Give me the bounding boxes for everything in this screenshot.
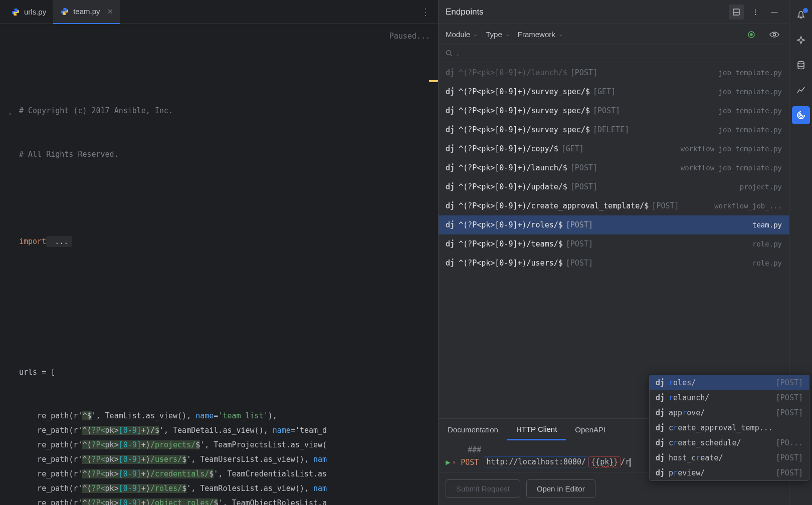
notifications-icon[interactable] (792, 6, 810, 24)
tab-openapi[interactable]: OpenAPI (566, 419, 615, 440)
endpoint-row[interactable]: dj^(?P<pk>[0-9]+)/roles/$[POST]team.py (439, 215, 789, 234)
endpoint-row[interactable]: dj^(?P<pk>[0-9]+)/launch/$[POST]workflow… (439, 158, 789, 177)
python-icon (11, 8, 20, 17)
code-line: # Copyright (c) 2017 Ansible, Inc. (19, 104, 438, 118)
code-line: import ... (19, 234, 438, 249)
filter-framework[interactable]: Framework⌄ (518, 30, 563, 39)
code-line: re_path(r'^(?P<pk>[0-9]+)/credentials/$'… (19, 467, 438, 481)
autocomplete-item[interactable]: djrelaunch/[POST] (650, 390, 809, 405)
svg-point-0 (14, 9, 15, 10)
endpoint-row[interactable]: dj^(?P<pk>[0-9]+)/update/$[POST]project.… (439, 177, 789, 196)
svg-point-8 (773, 33, 776, 36)
database-icon[interactable] (792, 56, 810, 74)
code-line: re_path(r'^(?P<pk>[0-9]+)/projects/$', T… (19, 438, 438, 452)
endpoint-row[interactable]: dj^(?P<pk>[0-9]+)/survey_spec/$[POST]job… (439, 101, 789, 120)
search-icon (446, 50, 453, 58)
endpoints-tool-icon[interactable] (792, 106, 810, 124)
ai-icon[interactable] (792, 31, 810, 49)
tab-urls[interactable]: urls.py (4, 0, 53, 24)
autocomplete-item[interactable]: djpreview/[POST] (650, 465, 809, 480)
autocomplete-item[interactable]: djhost_create/[POST] (650, 450, 809, 465)
url-base-segment[interactable]: http://localhost:8080/ (484, 456, 588, 467)
endpoint-row[interactable]: dj^(?P<pk>[0-9]+)/survey_spec/$[GET]job_… (439, 82, 789, 101)
eye-icon[interactable] (767, 27, 782, 42)
url-variable-segment[interactable]: {{pk}} (588, 456, 621, 467)
code-line: urls = [ (19, 365, 438, 380)
target-icon[interactable] (744, 27, 759, 42)
url-tail: /r (621, 457, 630, 466)
svg-point-3 (65, 14, 66, 14)
code-line: re_path(r'^$', TeamList.as_view(), name=… (19, 409, 438, 423)
endpoint-row[interactable]: dj^(?P<pk>[0-9]+)/launch/$[POST]job_temp… (439, 63, 789, 82)
tab-label: urls.py (24, 8, 46, 16)
code-line: # All Rights Reserved. (19, 147, 438, 162)
stop-icon[interactable]: ✕ (453, 459, 456, 465)
endpoint-list[interactable]: dj^(?P<pk>[0-9]+)/launch/$[POST]job_temp… (439, 63, 789, 418)
svg-point-9 (447, 51, 451, 55)
minimize-icon[interactable]: — (767, 5, 782, 20)
fold-icon[interactable]: › (8, 106, 12, 121)
tab-team[interactable]: team.py ✕ (53, 0, 120, 24)
filter-type[interactable]: Type⌄ (486, 30, 510, 39)
tab-label: team.py (73, 7, 100, 16)
endpoint-row[interactable]: dj^(?P<pk>[0-9]+)/survey_spec/$[DELETE]j… (439, 120, 789, 139)
python-icon (60, 7, 69, 16)
autocomplete-item[interactable]: djapprove/[POST] (650, 405, 809, 420)
svg-rect-4 (733, 9, 739, 15)
svg-point-11 (798, 62, 804, 64)
autocomplete-popup[interactable]: djroles/[POST]djrelaunch/[POST]djapprove… (649, 375, 809, 481)
search-row[interactable]: ⌄ (439, 45, 789, 63)
paused-indicator: Paused... (389, 29, 430, 44)
svg-point-2 (63, 9, 64, 9)
code-line: re_path(r'^(?P<pk>[0-9]+)/object_roles/$… (19, 496, 438, 505)
layout-icon[interactable] (729, 5, 744, 20)
code-line: re_path(r'^(?P<pk>[0-9]+)/users/$', Team… (19, 452, 438, 467)
chart-icon[interactable] (792, 81, 810, 99)
svg-point-7 (750, 34, 752, 36)
editor-tabs: urls.py team.py ✕ ⋮ (0, 0, 438, 24)
code-line: re_path(r'^(?P<pk>[0-9]+)/$', TeamDetail… (19, 423, 438, 438)
notification-dot (803, 8, 808, 13)
text-cursor (630, 458, 631, 467)
more-icon[interactable]: ⋮ (748, 5, 763, 20)
open-in-editor-button[interactable]: Open in Editor (526, 479, 595, 498)
submit-request-button[interactable]: Submit Request (446, 479, 520, 498)
endpoint-row[interactable]: dj^(?P<pk>[0-9]+)/teams/$[POST]role.py (439, 234, 789, 254)
tab-documentation[interactable]: Documentation (439, 419, 507, 440)
filter-module[interactable]: Module⌄ (446, 30, 478, 39)
autocomplete-item[interactable]: djroles/[POST] (650, 375, 809, 390)
close-icon[interactable]: ✕ (107, 8, 113, 16)
http-method: POST (461, 458, 479, 467)
svg-line-10 (451, 55, 452, 56)
tab-overflow-button[interactable]: ⋮ (413, 7, 438, 18)
svg-point-12 (800, 115, 801, 116)
code-line: re_path(r'^(?P<pk>[0-9]+)/roles/$', Team… (19, 481, 438, 496)
run-icon[interactable]: ▶ (446, 457, 451, 467)
code-editor[interactable]: › Paused... # Copyright (c) 2017 Ansible… (0, 24, 438, 505)
marker (429, 80, 438, 82)
panel-title: Endpoints (446, 7, 729, 17)
svg-point-1 (16, 14, 17, 15)
endpoint-row[interactable]: dj^(?P<pk>[0-9]+)/users/$[POST]role.py (439, 254, 789, 273)
autocomplete-item[interactable]: djcreate_schedule/[PO... (650, 435, 809, 450)
endpoint-row[interactable]: dj^(?P<pk>[0-9]+)/create_approval_templa… (439, 196, 789, 215)
tab-http-client[interactable]: HTTP Client (507, 419, 566, 440)
chevron-down-icon[interactable]: ⌄ (456, 51, 460, 57)
endpoint-row[interactable]: dj^(?P<pk>[0-9]+)/copy/$[GET]workflow_jo… (439, 139, 789, 158)
autocomplete-item[interactable]: djcreate_approval_temp... (650, 420, 809, 435)
